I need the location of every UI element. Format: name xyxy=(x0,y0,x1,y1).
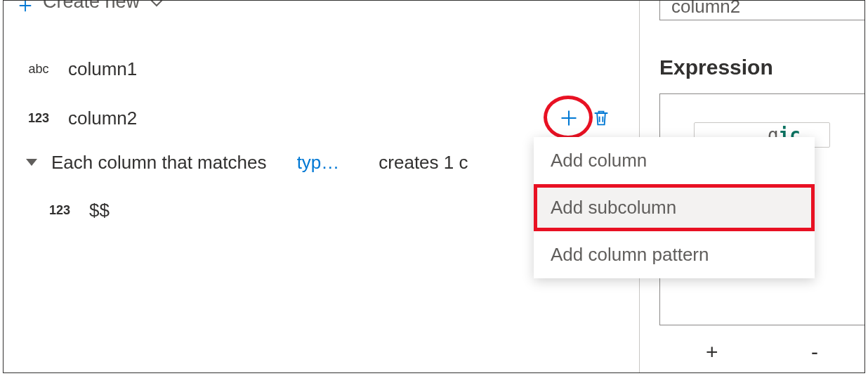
add-icon[interactable] xyxy=(559,108,579,128)
chevron-down-icon xyxy=(150,1,164,7)
menu-item-add-subcolumn[interactable]: Add subcolumn xyxy=(534,184,815,231)
trash-icon[interactable] xyxy=(591,108,611,128)
create-new-label: Create new xyxy=(43,1,140,11)
plus-icon xyxy=(18,1,33,13)
subcolumn-name: $$ xyxy=(89,200,110,221)
pattern-prefix: Each column that matches xyxy=(51,152,266,174)
menu-item-add-column-pattern[interactable]: Add column pattern xyxy=(534,231,815,278)
pattern-suffix: creates 1 c xyxy=(379,152,468,174)
type-badge-number: 123 xyxy=(25,111,53,126)
menu-item-add-column[interactable]: Add column xyxy=(534,137,815,184)
expression-label: Expression xyxy=(659,56,773,79)
create-new-button[interactable]: Create new xyxy=(4,1,639,18)
caret-down-icon xyxy=(25,157,39,167)
type-badge-number: 123 xyxy=(46,203,74,218)
column-row-1[interactable]: 123 column2 xyxy=(4,93,639,143)
expression-plus-button[interactable]: + xyxy=(692,336,732,368)
add-menu: Add column Add subcolumn Add column patt… xyxy=(534,137,815,278)
pattern-type-link[interactable]: typ… xyxy=(297,152,340,174)
column-row-0[interactable]: abc column1 xyxy=(4,44,639,93)
column-name-input[interactable]: column2 xyxy=(659,1,864,20)
expression-minus-button[interactable]: - xyxy=(797,336,832,368)
column-name: column2 xyxy=(68,108,137,129)
type-badge-string: abc xyxy=(25,62,53,77)
column-name: column1 xyxy=(68,58,137,80)
column-name-value: column2 xyxy=(671,1,740,18)
